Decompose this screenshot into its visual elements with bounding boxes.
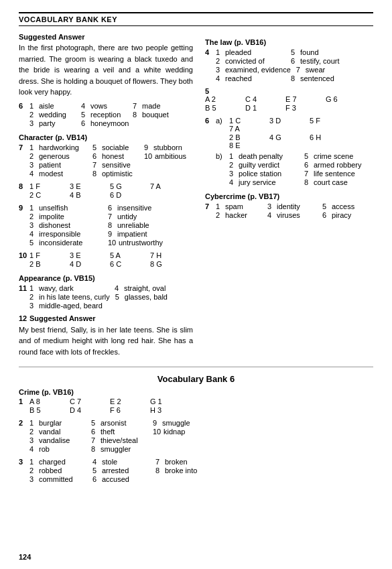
ex6-7-sub: 7 [133, 102, 141, 110]
ex6b-a-grid-row2: 2 B 4 G 6 H 8 E [229, 133, 373, 149]
exercise-10-block: 10 1 F 3 E 5 A 7 H 2 B 4 D 6 C 8 G [19, 251, 193, 269]
ex9-row2: 2 impolite 7 untidy [29, 212, 163, 220]
ex7-2-val: generous [39, 152, 87, 160]
ex7-3-val: patient [39, 161, 87, 169]
crime-ex1-F6: F 6 [110, 406, 143, 414]
ex7-4-sub: 4 [29, 170, 38, 178]
crime-ex2-row: 2 1 burglar 5 arsonist 9 smuggle 2 vanda… [19, 419, 373, 454]
ex5-G6: G 6 [326, 95, 359, 103]
crime-ex2-3-val: vandalise [39, 436, 86, 444]
ex9-8-sub: 8 [108, 221, 116, 229]
ex11-num: 11 [19, 284, 28, 292]
suggested-answer-body: In the first photograph, there are two p… [19, 42, 193, 98]
crime-ex2-items: 1 burglar 5 arsonist 9 smuggle 2 vandal … [29, 419, 190, 454]
exercise-12-block: 12 Suggested Answer My best friend, Sall… [19, 314, 193, 358]
ex6b-b-3-val: police station [239, 170, 299, 178]
crime-ex3-5-sub: 5 [92, 466, 101, 475]
ex9-6-sub: 6 [108, 204, 116, 212]
ex4-4-val: reached [225, 74, 285, 82]
exercise-8-block: 8 1 F 3 E 5 G 7 A 2 C 4 B 6 D [19, 182, 193, 200]
crime-ex2-row4: 4 rob 8 smuggler [29, 445, 190, 453]
ex5-grid-row1: A 2 C 4 E 7 G 6 [205, 95, 366, 103]
ex7r-2-val: hacker [225, 211, 262, 219]
ex6-6-sub: 6 [81, 119, 89, 127]
ex8-7A: 7 A [150, 182, 184, 190]
crime-ex1-num: 1 [19, 397, 28, 405]
ex4-2-val: convicted of [225, 57, 285, 65]
ex7-row3: 3 patient 7 sensitive [29, 161, 186, 169]
ex6-1-val: aisle [39, 102, 76, 110]
ex11-3-sub: 3 [29, 302, 38, 310]
ex10-5A: 5 A [110, 251, 143, 259]
crime-ex2-num: 2 [19, 419, 28, 427]
ex6b-a-label: a) [216, 117, 228, 150]
crime-ex3-2-val: robbed [39, 466, 87, 475]
ex9-7-sub: 7 [108, 212, 116, 220]
ex4-items: 1 pleaded 5 found 2 convicted of 6 testi… [216, 48, 339, 83]
ex6b-2B: 2 B [229, 133, 263, 141]
ex6-5-val: reception [90, 111, 127, 119]
ex4-5-val: found [300, 48, 319, 56]
ex7r-1-val: spam [225, 202, 262, 210]
ex8-num: 8 [19, 182, 28, 190]
ex9-7-val: untidy [117, 212, 137, 220]
ex7-5-val: sociable [102, 143, 139, 151]
crime-ex1-H3: H 3 [150, 406, 184, 414]
ex11-1-val: wavy, dark [39, 284, 109, 292]
ex8-1F: 1 F [29, 182, 63, 190]
ex8-grid: 1 F 3 E 5 G 7 A 2 C 4 B 6 D [29, 182, 190, 200]
exercise-5-block: 5 A 2 C 4 E 7 G 6 B 5 D 1 F 3 [205, 87, 373, 113]
ex6b-num: 6 [205, 117, 214, 187]
ex11-5-sub: 5 [115, 293, 123, 301]
crime-ex3-3-sub: 3 [29, 475, 38, 483]
ex7-7-sub: 7 [92, 161, 101, 169]
crime-ex3-8-sub: 8 [155, 466, 164, 475]
ex9-4-sub: 4 [29, 230, 38, 238]
ex6b-5F: 5 F [310, 117, 343, 125]
crime-ex2-10-val: kidnap [164, 428, 185, 436]
ex6b-b-5-val: crime scene [314, 152, 353, 160]
ex7r-2-sub: 2 [216, 211, 224, 219]
ex7r-4-sub: 4 [267, 211, 275, 219]
ex9-9-val: impatient [117, 230, 147, 238]
ex6b-b-2-sub: 2 [229, 161, 237, 169]
ex4-row4: 4 reached 8 sentenced [216, 74, 339, 82]
crime-ex2-8-val: smuggler [101, 445, 131, 453]
crime-ex2-9-val: smuggle [162, 419, 190, 427]
crime-ex2-7-sub: 7 [91, 436, 99, 444]
ex9-2-sub: 2 [29, 212, 38, 220]
ex6b-6H: 6 H [310, 133, 343, 141]
ex7-row1: 1 hardworking 5 sociable 9 stubborn [29, 143, 186, 151]
ex6b-a-grid: 1 C 3 D 5 F 7 A 2 B 4 G 6 H 8 E [229, 117, 373, 150]
ex7r-6-val: piracy [332, 211, 351, 219]
ex6b-b-7-sub: 7 [304, 170, 312, 178]
ex5-num: 5 [205, 87, 214, 95]
exercise-11-block: 11 1 wavy, dark 4 straight, oval 2 in hi… [19, 284, 193, 310]
crime-ex3-6-sub: 6 [92, 475, 101, 483]
ex4-row1: 1 pleaded 5 found [216, 48, 339, 56]
crime-ex1-grid-row2: B 5 D 4 F 6 H 3 [29, 406, 190, 414]
ex8-grid-row1: 1 F 3 E 5 G 7 A [29, 182, 190, 190]
crime-ex2-5-val: arsonist [101, 419, 147, 427]
ex6-row1: 1 aisle 4 vows 7 made [29, 102, 169, 110]
crime-ex1-A8: A 8 [29, 397, 63, 405]
ex6b-b-row1: 1 death penalty 5 crime scene [229, 152, 362, 160]
crime-ex2-4-sub: 4 [29, 445, 38, 453]
ex9-num: 9 [19, 204, 28, 212]
ex9-6-val: insensitive [117, 204, 151, 212]
crime-ex3-row2: 2 robbed 5 arrested 8 broke into [29, 466, 197, 475]
ex11-4-val: straight, oval [124, 284, 166, 292]
crime-ex3-4-val: stole [102, 458, 150, 466]
ex10-grid-row2: 2 B 4 D 6 C 8 G [29, 260, 190, 268]
crime-ex3-2-sub: 2 [29, 466, 38, 475]
ex7-1-val: hardworking [39, 143, 87, 151]
ex9-row5: 5 inconsiderate 10 untrustworthy [29, 239, 163, 247]
crime-ex3-5-val: arrested [102, 466, 150, 475]
ex11-row1: 1 wavy, dark 4 straight, oval [29, 284, 168, 292]
ex10-4D: 4 D [70, 260, 103, 268]
cybercrime-title: Cybercrime (p. VB17) [205, 192, 373, 200]
ex6b-4G: 4 G [269, 133, 303, 141]
ex10-8G: 8 G [150, 260, 184, 268]
crime-ex3-row3: 3 committed 6 accused [29, 475, 197, 483]
crime-ex2-1-val: burglar [39, 419, 86, 427]
